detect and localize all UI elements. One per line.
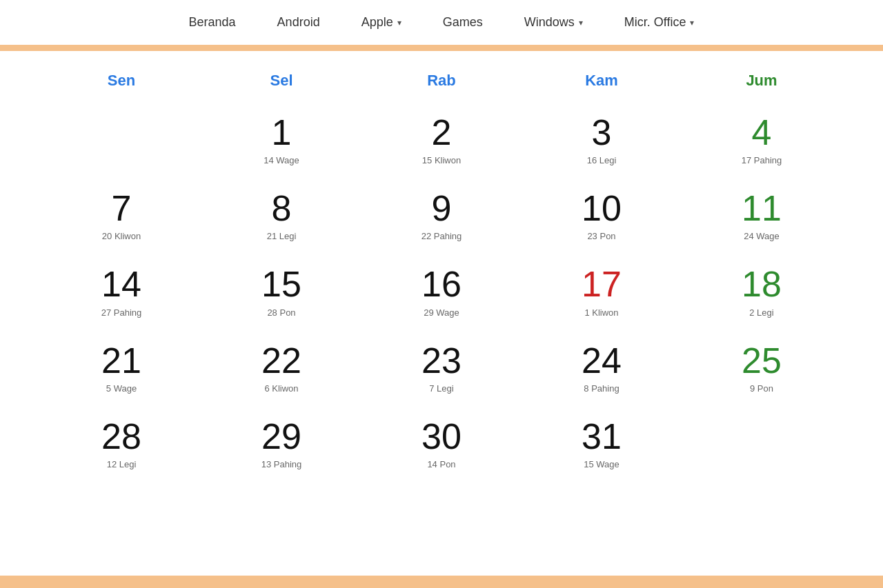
date-number: 31 [527, 417, 676, 456]
day-header-kam: Kam [522, 65, 682, 103]
date-number: 1 [207, 113, 356, 152]
date-number: 9 [367, 189, 516, 228]
calendar-cell: 226 Kliwon [201, 332, 361, 407]
date-number: 15 [207, 265, 356, 304]
javanese-date: 5 Wage [47, 383, 196, 394]
nav-label: Android [277, 15, 320, 30]
javanese-date: 13 Pahing [207, 459, 356, 469]
nav-label: Micr. Office [624, 15, 686, 30]
calendar-cell: 171 Kliwon [522, 255, 682, 331]
nav-label: Windows [524, 15, 575, 30]
javanese-date: 23 Pon [527, 231, 676, 241]
calendar-cell: 182 Legi [682, 255, 842, 331]
javanese-date: 17 Pahing [687, 155, 836, 165]
javanese-date: 2 Legi [687, 307, 836, 318]
javanese-date: 20 Kliwon [47, 231, 196, 241]
date-number: 3 [527, 113, 676, 152]
date-number: 16 [367, 265, 516, 304]
javanese-date: 9 Pon [687, 383, 836, 394]
nav-item-beranda[interactable]: Beranda [189, 15, 236, 30]
nav-item-windows[interactable]: Windows▾ [524, 15, 583, 30]
javanese-date: 16 Legi [527, 155, 676, 165]
javanese-date: 1 Kliwon [527, 307, 676, 318]
date-number: 17 [527, 265, 676, 304]
nav-label: Beranda [189, 15, 236, 30]
date-number: 21 [47, 341, 196, 381]
chevron-down-icon: ▾ [579, 18, 583, 28]
chevron-down-icon: ▾ [397, 18, 401, 28]
date-number: 25 [687, 341, 836, 381]
bottom-orange-bar [0, 576, 883, 588]
chevron-down-icon: ▾ [690, 18, 694, 28]
javanese-date: 29 Wage [367, 307, 516, 318]
calendar-cell: 1124 Wage [682, 179, 842, 255]
calendar-cell: 237 Legi [361, 332, 522, 407]
calendar-cell: 3115 Wage [522, 407, 682, 483]
day-header-rab: Rab [361, 65, 522, 103]
date-number: 8 [207, 189, 356, 228]
calendar-cell: 0 [41, 103, 201, 179]
calendar-cell: 2812 Legi [41, 407, 201, 483]
javanese-date: 15 Wage [527, 459, 676, 469]
navbar: BerandaAndroidApple▾GamesWindows▾Micr. O… [0, 0, 883, 47]
date-number: 4 [687, 113, 836, 152]
calendar-cell: 215 Wage [41, 332, 201, 407]
javanese-date: 27 Pahing [47, 307, 196, 318]
javanese-date: 14 Pon [367, 459, 516, 469]
calendar-cell: 248 Pahing [522, 332, 682, 407]
date-number: 29 [207, 417, 356, 456]
date-number: 11 [687, 189, 836, 228]
date-number: 22 [207, 341, 356, 381]
date-number: 18 [687, 265, 836, 304]
javanese-date: 28 Pon [207, 307, 356, 318]
javanese-date: 14 Wage [207, 155, 356, 165]
calendar-cell: 417 Pahing [682, 103, 842, 179]
calendar-cell: 3014 Pon [361, 407, 522, 483]
day-header-jum: Jum [682, 65, 842, 103]
calendar-cell: 1629 Wage [361, 255, 522, 331]
day-header-sel: Sel [201, 65, 361, 103]
date-number: 10 [527, 189, 676, 228]
date-number: 30 [367, 417, 516, 456]
javanese-date: 12 Legi [47, 459, 196, 469]
calendar-cell: 215 Kliwon [361, 103, 522, 179]
calendar-cell: 720 Kliwon [41, 179, 201, 255]
nav-item-micr.-office[interactable]: Micr. Office▾ [624, 15, 695, 30]
calendar-cell: 1528 Pon [201, 255, 361, 331]
nav-item-games[interactable]: Games [443, 15, 483, 30]
javanese-date: 8 Pahing [527, 383, 676, 394]
date-number: 24 [527, 341, 676, 381]
nav-item-android[interactable]: Android [277, 15, 320, 30]
nav-label: Apple [361, 15, 393, 30]
javanese-date: 15 Kliwon [367, 155, 516, 165]
calendar-cell: 259 Pon [682, 332, 842, 407]
nav-item-apple[interactable]: Apple▾ [361, 15, 401, 30]
javanese-date: 24 Wage [687, 231, 836, 241]
date-number: 2 [367, 113, 516, 152]
date-number: 23 [367, 341, 516, 381]
javanese-date: 21 Legi [207, 231, 356, 241]
calendar-cell: 114 Wage [201, 103, 361, 179]
calendar-cell: 0 [682, 407, 842, 483]
calendar-cell: 2913 Pahing [201, 407, 361, 483]
calendar-cell: 316 Legi [522, 103, 682, 179]
day-header-sen: Sen [41, 65, 201, 103]
date-number: 7 [47, 189, 196, 228]
date-number: 14 [47, 265, 196, 304]
calendar-cell: 821 Legi [201, 179, 361, 255]
javanese-date: 7 Legi [367, 383, 516, 394]
date-number: 28 [47, 417, 196, 456]
calendar-container: SenSelRabKamJum0114 Wage215 Kliwon316 Le… [0, 51, 883, 576]
calendar-grid: SenSelRabKamJum0114 Wage215 Kliwon316 Le… [41, 65, 842, 483]
calendar-cell: 1427 Pahing [41, 255, 201, 331]
javanese-date: 22 Pahing [367, 231, 516, 241]
nav-label: Games [443, 15, 483, 30]
javanese-date: 6 Kliwon [207, 383, 356, 394]
calendar-cell: 922 Pahing [361, 179, 522, 255]
calendar-cell: 1023 Pon [522, 179, 682, 255]
